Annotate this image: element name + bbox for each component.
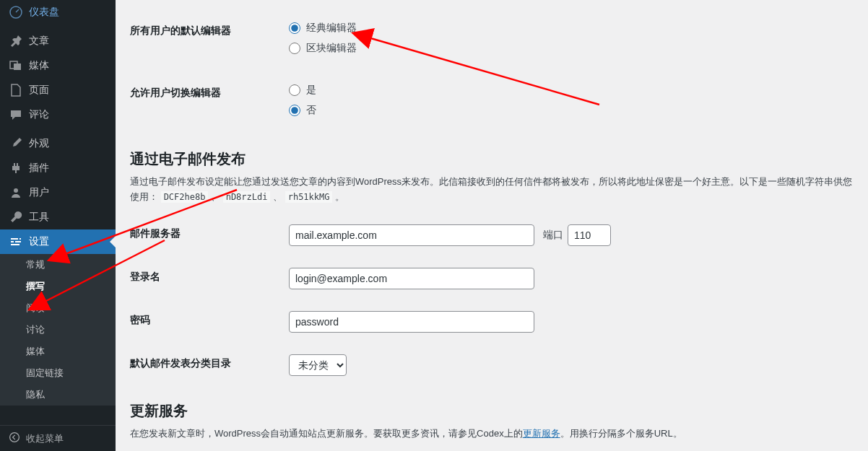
row-password: 密码: [130, 300, 854, 343]
sidebar-item-users[interactable]: 用户: [0, 180, 116, 205]
row-default-category: 默认邮件发表分类目录 未分类: [130, 343, 854, 387]
radio-block-editor[interactable]: 区块编辑器: [289, 42, 854, 55]
sidebar-item-label: 工具: [29, 211, 49, 224]
media-icon: [9, 58, 23, 73]
page-icon: [9, 83, 23, 97]
pin-icon: [9, 34, 23, 48]
row-allow-switch: 允许用户切换编辑器 是 否: [130, 73, 854, 135]
default-category-label: 默认邮件发表分类目录: [130, 354, 289, 376]
radio-block-input[interactable]: [289, 43, 300, 54]
radio-classic-label: 经典编辑器: [306, 22, 357, 35]
brush-icon: [9, 136, 23, 151]
sidebar-item-label: 媒体: [29, 59, 49, 72]
settings-submenu: 常规 撰写 阅读 讨论 媒体 固定链接 隐私: [0, 254, 116, 406]
row-mail-server: 邮件服务器 端口: [130, 214, 854, 257]
update-services-desc: 在您发表新文章时，WordPress会自动通知站点更新服务。要获取更多资讯，请参…: [130, 426, 854, 442]
submenu-item-writing[interactable]: 撰写: [0, 276, 116, 297]
submenu-item-media[interactable]: 媒体: [0, 341, 116, 362]
login-label: 登录名: [130, 268, 289, 289]
default-editor-label: 所有用户的默认编辑器: [130, 22, 289, 62]
user-icon: [9, 185, 23, 200]
random-key-3: rh51kkMG: [285, 191, 333, 203]
email-post-desc: 通过电子邮件发布设定能让您通过发送您文章的内容到WordPress来发布。此信箱…: [130, 175, 854, 205]
plug-icon: [9, 161, 23, 175]
sidebar-item-label: 用户: [29, 186, 49, 199]
allow-switch-label: 允许用户切换编辑器: [130, 84, 289, 124]
radio-allow-no[interactable]: 否: [289, 104, 854, 117]
sidebar-item-label: 插件: [29, 162, 49, 175]
random-key-2: nD8rzLdi: [223, 191, 271, 203]
admin-sidebar: 仪表盘 文章 媒体 页面 评论 外观 插件 用户 工具 设置 常规 撰写 阅读: [0, 0, 116, 451]
settings-content: 所有用户的默认编辑器 经典编辑器 区块编辑器 允许用户切换编辑器 是 否 通过: [116, 0, 868, 451]
submenu-item-reading[interactable]: 阅读: [0, 297, 116, 319]
password-label: 密码: [130, 311, 289, 333]
sidebar-item-posts[interactable]: 文章: [0, 29, 116, 53]
row-login: 登录名: [130, 257, 854, 300]
dashboard-icon: [9, 5, 23, 19]
port-input[interactable]: [568, 224, 611, 246]
random-key-1: DCF2he8b: [161, 191, 209, 203]
radio-block-label: 区块编辑器: [306, 42, 357, 55]
submenu-item-permalinks[interactable]: 固定链接: [0, 362, 116, 384]
radio-classic-input[interactable]: [289, 22, 300, 34]
radio-yes-input[interactable]: [289, 84, 300, 96]
sidebar-item-label: 仪表盘: [29, 6, 59, 19]
row-default-editor: 所有用户的默认编辑器 经典编辑器 区块编辑器: [130, 0, 854, 73]
sidebar-item-pages[interactable]: 页面: [0, 78, 116, 102]
sidebar-item-media[interactable]: 媒体: [0, 53, 116, 78]
sidebar-item-label: 外观: [29, 137, 49, 150]
email-post-title: 通过电子邮件发布: [130, 149, 854, 169]
wrench-icon: [9, 210, 23, 224]
comment-icon: [9, 108, 23, 122]
update-services-link[interactable]: 更新服务: [523, 428, 560, 439]
sidebar-item-settings[interactable]: 设置: [0, 229, 116, 254]
sidebar-item-dashboard[interactable]: 仪表盘: [0, 0, 116, 25]
sidebar-item-plugins[interactable]: 插件: [0, 156, 116, 180]
collapse-icon: [9, 432, 20, 445]
mail-server-label: 邮件服务器: [130, 224, 289, 246]
password-input[interactable]: [289, 311, 534, 333]
submenu-item-general[interactable]: 常规: [0, 254, 116, 276]
submenu-item-privacy[interactable]: 隐私: [0, 384, 116, 406]
sidebar-item-label: 页面: [29, 84, 49, 97]
svg-point-3: [14, 188, 18, 193]
sliders-icon: [9, 235, 23, 249]
port-label: 端口: [543, 229, 563, 242]
radio-no-label: 否: [306, 104, 316, 117]
radio-yes-label: 是: [306, 84, 316, 97]
sidebar-item-label: 文章: [29, 35, 49, 48]
mail-server-input[interactable]: [289, 224, 534, 246]
sidebar-item-label: 设置: [29, 235, 49, 248]
collapse-menu-button[interactable]: 收起菜单: [0, 425, 116, 451]
svg-point-4: [10, 433, 19, 442]
radio-allow-yes[interactable]: 是: [289, 84, 854, 97]
sidebar-item-tools[interactable]: 工具: [0, 205, 116, 229]
collapse-label: 收起菜单: [26, 432, 64, 445]
default-category-select[interactable]: 未分类: [289, 354, 347, 376]
radio-no-input[interactable]: [289, 105, 300, 116]
radio-classic-editor[interactable]: 经典编辑器: [289, 22, 854, 35]
update-services-title: 更新服务: [130, 401, 854, 421]
sidebar-item-appearance[interactable]: 外观: [0, 131, 116, 156]
svg-rect-2: [14, 64, 21, 70]
submenu-item-discussion[interactable]: 讨论: [0, 319, 116, 341]
login-input[interactable]: [289, 268, 534, 289]
sidebar-item-label: 评论: [29, 108, 49, 121]
sidebar-item-comments[interactable]: 评论: [0, 102, 116, 127]
